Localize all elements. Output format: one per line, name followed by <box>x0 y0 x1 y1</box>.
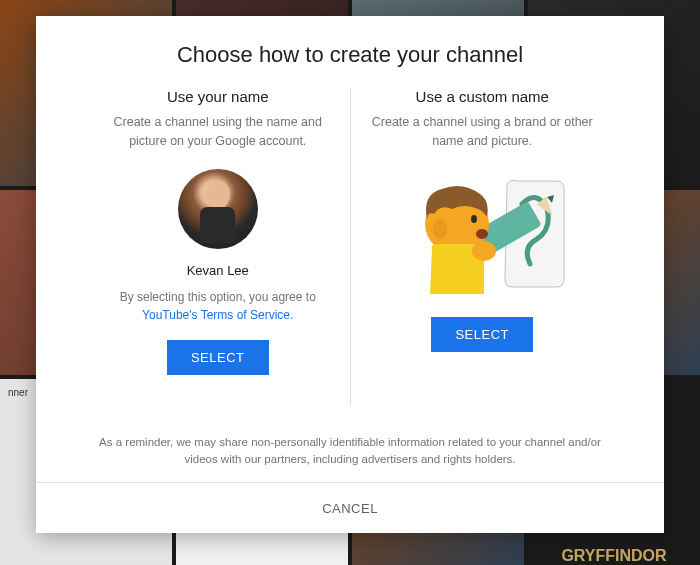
select-custom-name-button[interactable]: SELECT <box>431 317 533 352</box>
option-own-name-title: Use your name <box>167 88 269 105</box>
terms-text: By selecting this option, you agree to Y… <box>102 288 334 324</box>
custom-name-illustration <box>392 169 572 299</box>
user-avatar <box>178 169 258 249</box>
dialog-title: Choose how to create your channel <box>36 16 664 88</box>
option-own-name: Use your name Create a channel using the… <box>86 88 350 416</box>
cancel-button[interactable]: CANCEL <box>322 501 378 516</box>
option-custom-name: Use a custom name Create a channel using… <box>351 88 615 416</box>
svg-point-4 <box>433 219 447 239</box>
svg-point-6 <box>476 229 488 239</box>
select-own-name-button[interactable]: SELECT <box>167 340 269 375</box>
option-custom-name-description: Create a channel using a brand or other … <box>367 113 599 151</box>
option-custom-name-title: Use a custom name <box>416 88 549 105</box>
svg-point-7 <box>472 241 496 261</box>
terms-of-service-link[interactable]: YouTube's Terms of Service. <box>142 308 293 322</box>
disclaimer-text: As a reminder, we may share non-personal… <box>36 416 664 483</box>
user-name: Kevan Lee <box>187 263 249 278</box>
options-container: Use your name Create a channel using the… <box>36 88 664 416</box>
dialog-footer: CANCEL <box>36 482 664 533</box>
svg-point-5 <box>471 215 477 223</box>
create-channel-dialog: Choose how to create your channel Use yo… <box>36 16 664 533</box>
option-own-name-description: Create a channel using the name and pict… <box>102 113 334 151</box>
